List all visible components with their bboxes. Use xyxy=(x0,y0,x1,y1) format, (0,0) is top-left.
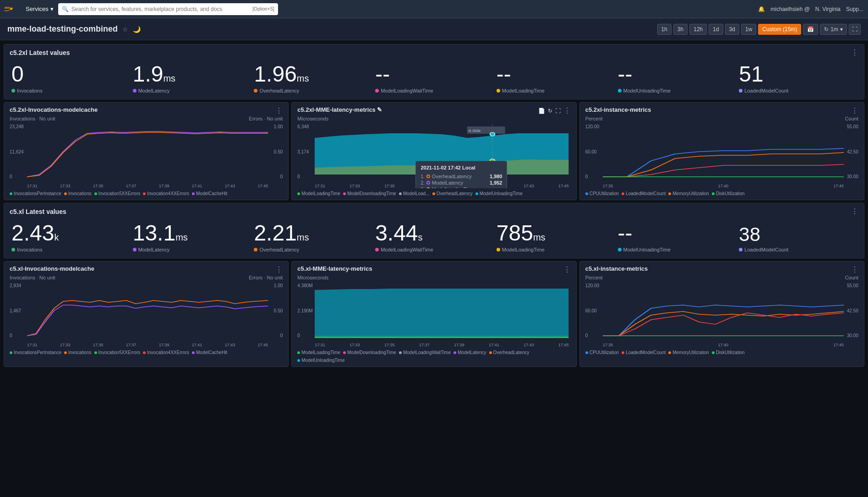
time-btn-12h[interactable]: 12h xyxy=(689,24,707,35)
lv-c5xl-modellatency: 13.1ms ModelLatency xyxy=(133,222,251,252)
lv-modellatency-value: 1.9ms xyxy=(133,63,251,85)
c5xl-inv-xaxis: 17:3117:3317:3517:3717:3917:4117:4317:45 xyxy=(27,343,268,347)
aws-logo[interactable]: aws xyxy=(5,4,21,14)
search-icon: 🔍 xyxy=(62,6,69,12)
time-btn-1h[interactable]: 1h xyxy=(657,24,671,35)
svg-text:aws: aws xyxy=(5,5,11,9)
c5xl-inv-canvas xyxy=(27,283,268,338)
c52xl-invocations-menu[interactable]: ⋮ xyxy=(275,106,283,115)
theme-icon[interactable]: 🌙 xyxy=(133,26,141,33)
c5xl-charts-row: c5.xl-Invocations-modelcache ⋮ Invocatio… xyxy=(4,261,864,367)
svg-point-6 xyxy=(490,132,495,136)
c5xl-instance-header: c5.xl-instance-metrics ⋮ xyxy=(585,265,858,274)
lv-c5xl-lmc: 38 LoadedModelCount xyxy=(739,225,857,252)
c5xl-lat-subtitle: Microseconds xyxy=(297,275,570,280)
user-menu[interactable]: michaelhsieh @ xyxy=(770,6,810,12)
lv-modellatency: 1.9ms ModelLatency xyxy=(133,63,251,93)
c52xl-inv-yaxis-right: 1.000.500 xyxy=(269,124,283,179)
lv-c5xl-mut: -- ModelUnloadingTime xyxy=(618,222,736,252)
time-btn-custom[interactable]: Custom (15m) xyxy=(758,24,801,35)
services-button[interactable]: Services ▾ xyxy=(26,5,54,12)
c5xl-invocations-menu[interactable]: ⋮ xyxy=(275,265,283,274)
c52xl-instance-menu[interactable]: ⋮ xyxy=(851,106,858,115)
c52xl-invocations-subtitle: Invocations · No unit Errors · No unit xyxy=(10,116,283,121)
c5xl-inst-chart: 120.0060.000 55.0042.5030.00 xyxy=(585,283,858,347)
tooltip-row-3: 3. ModelLoadingTime - xyxy=(420,186,502,188)
c52xl-invocations-title: c5.2xl-Invocations-modelcache xyxy=(10,106,98,113)
c52xl-charts-row: c5.2xl-Invocations-modelcache ⋮ Invocati… xyxy=(4,102,864,200)
lv-loadedmodelcount-label: LoadedModelCount xyxy=(739,88,857,93)
lv-c5xl-oh-value: 2.21ms xyxy=(254,222,371,244)
c52xl-inst-xaxis: 17:3517:4017:45 xyxy=(603,184,844,188)
lv-c5xl-overhead: 2.21ms OverheadLatency xyxy=(254,222,371,252)
c52xl-latency-chart: 6,3483,1740 4.00k xyxy=(297,124,570,188)
c5xl-latest-values-panel: c5.xl Latest values ⋮ 2.43k Invocations … xyxy=(4,203,864,258)
lv-c5xl-mlt-value: 785ms xyxy=(497,222,614,244)
svg-marker-10 xyxy=(315,336,568,338)
c5xl-instance-menu[interactable]: ⋮ xyxy=(851,265,858,274)
c52xl-instance-chart: 120.0060.000 55.0042.5030.00 xyxy=(585,124,858,188)
expand-icon[interactable]: ⛶ xyxy=(555,108,561,114)
copy-icon[interactable]: 📄 xyxy=(538,108,545,114)
calendar-btn[interactable]: 📅 xyxy=(803,24,818,35)
c5xl-invocations-header: c5.xl-Invocations-modelcache ⋮ xyxy=(10,265,283,274)
c5xl-instance-panel: c5.xl-instance-metrics ⋮ PercentCount 12… xyxy=(579,261,864,367)
c52xl-latency-menu[interactable]: ⋮ xyxy=(563,106,571,115)
lv-invocations-value: 0 xyxy=(11,63,129,85)
time-btn-3h[interactable]: 3h xyxy=(673,24,688,35)
c5xl-invocations-panel: c5.xl-Invocations-modelcache ⋮ Invocatio… xyxy=(4,261,289,367)
c52xl-latency-title: c5.2xl-MME-latency-metrics ✎ xyxy=(297,106,382,113)
tooltip-row-1: 1. OverheadLatency 1,980 xyxy=(420,173,502,180)
region-selector[interactable]: N. Virginia xyxy=(815,6,841,12)
lv-modelunloadingtime-label: ModelUnloadingTime xyxy=(618,88,736,93)
lv-modelloadingwaittime-value: -- xyxy=(375,63,493,85)
c52xl-inst-canvas xyxy=(603,124,844,179)
time-range-buttons: 1h 3h 12h 1d 3d 1w Custom (15m) 📅 ↻ 1m ▾… xyxy=(657,24,861,35)
favorite-icon[interactable]: ☆ xyxy=(122,26,128,33)
notifications-icon[interactable]: 🔔 xyxy=(758,6,765,12)
dashboard-title: mme-load-testing-combined xyxy=(7,24,118,34)
lv-modelloadingtime-label: ModelLoadingTime xyxy=(497,88,614,93)
lv-overheadlatency: 1.96ms OverheadLatency xyxy=(254,63,371,93)
c52xl-instance-header: c5.2xl-instance-metrics ⋮ xyxy=(585,106,858,115)
time-btn-3d[interactable]: 3d xyxy=(725,24,739,35)
support-menu[interactable]: Supp... xyxy=(846,6,863,12)
dashboard-main: c5.2xl Latest values ⋮ 0 Invocations 1.9… xyxy=(0,40,868,371)
c5xl-lat-xaxis: 17:3117:3317:3517:3717:3917:4117:4317:45 xyxy=(315,343,568,347)
lv-modelloadingwaittime-label: ModelLoadingWaitTime xyxy=(375,88,493,93)
c52xl-inst-yaxis-left: 120.0060.000 xyxy=(585,124,602,179)
time-btn-1d[interactable]: 1d xyxy=(709,24,723,35)
search-bar[interactable]: 🔍 [Option+S] xyxy=(58,3,278,15)
c52xl-latest-title: c5.2xl Latest values xyxy=(10,49,70,56)
lv-c5xl-lmc-value: 38 xyxy=(739,225,857,244)
c52xl-latency-panel: c5.2xl-MME-latency-metrics ✎ 📄 ↻ ⛶ ⋮ Mic… xyxy=(291,102,576,200)
c5xl-latency-menu[interactable]: ⋮ xyxy=(563,265,571,274)
lv-c5xl-mlt: 785ms ModelLoadingTime xyxy=(497,222,614,252)
c5xl-lat-legend: ModelLoadingTime ModelDownloadingTime Mo… xyxy=(297,350,570,363)
c5xl-latest-menu[interactable]: ⋮ xyxy=(851,207,858,216)
svg-text:4.00k: 4.00k xyxy=(469,129,481,133)
c52xl-latency-icons: 📄 ↻ ⛶ ⋮ xyxy=(538,106,571,115)
c52xl-instance-panel: c5.2xl-instance-metrics ⋮ PercentCount 1… xyxy=(579,102,864,200)
nav-right: 🔔 michaelhsieh @ N. Virginia Supp... xyxy=(758,6,863,12)
c5xl-inst-subtitle: PercentCount xyxy=(585,275,858,280)
lv-overheadlatency-value: 1.96ms xyxy=(254,63,371,85)
dashboard-toolbar: mme-load-testing-combined ☆ 🌙 1h 3h 12h … xyxy=(0,18,868,40)
c5xl-latest-header: c5.xl Latest values ⋮ xyxy=(4,203,864,218)
c5xl-latency-header: c5.xl-MME-latency-metrics ⋮ xyxy=(297,265,570,274)
services-label: Services xyxy=(26,5,49,12)
fullscreen-button[interactable]: ⛶ xyxy=(849,24,861,35)
lv-overheadlatency-label: OverheadLatency xyxy=(254,88,371,93)
time-btn-1w[interactable]: 1w xyxy=(741,24,756,35)
c5xl-inst-canvas xyxy=(603,283,844,338)
c52xl-latest-values-panel: c5.2xl Latest values ⋮ 0 Invocations 1.9… xyxy=(4,44,864,99)
search-input[interactable] xyxy=(71,6,250,12)
c52xl-instance-subtitle: PercentCount xyxy=(585,116,858,121)
lv-c5xl-mlwt: 3.44s ModelLoadingWaitTime xyxy=(375,222,493,252)
lv-modelloadingwaittime: -- ModelLoadingWaitTime xyxy=(375,63,493,93)
refresh-button[interactable]: ↻ 1m ▾ xyxy=(820,24,847,35)
refresh-chart-icon[interactable]: ↻ xyxy=(548,108,552,114)
c52xl-latest-values: 0 Invocations 1.9ms ModelLatency 1.96ms … xyxy=(4,59,864,99)
lv-loadedmodelcount: 51 LoadedModelCount xyxy=(739,63,857,93)
c52xl-latest-menu[interactable]: ⋮ xyxy=(851,48,858,57)
